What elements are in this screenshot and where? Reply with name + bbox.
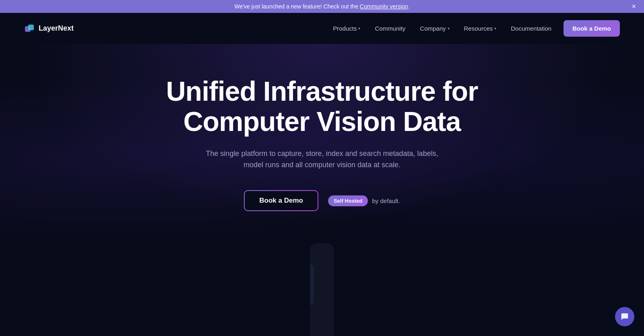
self-hosted-badge: Self Hosted by default. (328, 195, 400, 206)
dashboard-preview: S3 (310, 243, 334, 336)
announcement-banner: We've just launched a new feature! Check… (0, 0, 644, 13)
nav-company-button[interactable]: Company ▾ (414, 22, 455, 35)
nav-item-documentation: Documentation (505, 22, 557, 35)
nav-book-demo-button[interactable]: Book a Demo (564, 20, 620, 37)
nav-documentation-link[interactable]: Documentation (505, 22, 557, 35)
logo-text: LayerNext (39, 24, 74, 33)
hero-book-demo-button[interactable]: Book a Demo (245, 191, 318, 210)
hero-subtext: The single platform to capture, store, i… (205, 148, 439, 171)
nav-item-community: Community (369, 22, 411, 35)
banner-link[interactable]: Community version (360, 3, 408, 10)
hero-cta: Book a Demo Self Hosted by default. (16, 190, 628, 211)
hero-section: Unified Infrastructure for Computer Visi… (0, 44, 644, 235)
banner-text: We've just launched a new feature! Check… (234, 3, 409, 10)
company-chevron-icon: ▾ (448, 26, 450, 31)
logo-icon (24, 23, 35, 34)
book-demo-wrapper: Book a Demo (244, 190, 318, 211)
dashboard-preview-container: S3 (0, 235, 644, 336)
products-chevron-icon: ▾ (358, 26, 360, 31)
dashboard-inner: S3 (310, 251, 334, 336)
chat-bubble[interactable] (615, 307, 634, 326)
nav-item-company: Company ▾ (414, 22, 455, 35)
nav-links: Products ▾ Community Company ▾ Resources… (327, 22, 557, 35)
hero-heading: Unified Infrastructure for Computer Visi… (141, 76, 503, 137)
nav-item-resources: Resources ▾ (458, 22, 502, 35)
svg-rect-1 (28, 25, 34, 30)
nav-community-link[interactable]: Community (369, 22, 411, 35)
nav-resources-button[interactable]: Resources ▾ (458, 22, 502, 35)
banner-close-button[interactable]: × (632, 3, 636, 10)
navbar: LayerNext Products ▾ Community Company ▾… (0, 13, 644, 44)
logo[interactable]: LayerNext (24, 23, 74, 34)
resources-chevron-icon: ▾ (494, 26, 496, 31)
badge-pill: Self Hosted (328, 195, 368, 206)
nav-products-button[interactable]: Products ▾ (327, 22, 366, 35)
chat-icon (620, 312, 629, 321)
badge-suffix: by default. (372, 197, 400, 204)
feature-panel: Curation Annotation (310, 263, 314, 305)
nav-item-products: Products ▾ (327, 22, 366, 35)
